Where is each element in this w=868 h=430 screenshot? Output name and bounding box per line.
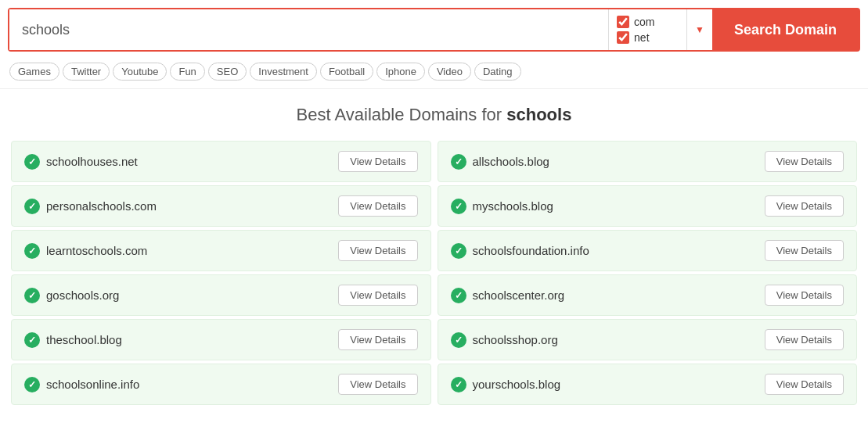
domain-left: schoolsonline.info [24, 377, 139, 392]
domain-item: schoolhouses.net View Details [11, 141, 431, 182]
view-details-button[interactable]: View Details [338, 195, 417, 217]
domain-item: schoolsfoundation.info View Details [438, 230, 858, 271]
tag-dating[interactable]: Dating [474, 63, 521, 81]
tag-games[interactable]: Games [9, 63, 59, 81]
available-icon [451, 154, 466, 170]
domain-name: schoolscenter.org [473, 288, 565, 302]
domain-left: schoolhouses.net [24, 154, 138, 170]
domain-item: learntoschools.com View Details [11, 230, 431, 271]
domain-name: learntoschools.com [46, 244, 147, 257]
page-title: Best Available Domains for schools [0, 105, 868, 125]
tld-net-checkbox[interactable] [617, 31, 629, 44]
view-details-button[interactable]: View Details [765, 285, 844, 306]
tld-net-option[interactable]: net [617, 31, 679, 44]
view-details-button[interactable]: View Details [765, 240, 844, 261]
domain-left: theschool.blog [24, 332, 122, 348]
view-details-button[interactable]: View Details [765, 195, 844, 217]
domain-item: personalschools.com View Details [11, 185, 431, 227]
tags-bar: GamesTwitterYoutubeFunSEOInvestmentFootb… [0, 59, 868, 89]
available-icon [24, 154, 40, 170]
tag-youtube[interactable]: Youtube [113, 63, 167, 81]
available-icon [451, 332, 466, 348]
domain-item: yourschools.blog View Details [438, 364, 858, 405]
view-details-button[interactable]: View Details [338, 240, 417, 261]
title-keyword: schools [506, 105, 571, 124]
available-icon [24, 199, 40, 214]
tag-investment[interactable]: Investment [250, 63, 317, 81]
search-input[interactable] [9, 9, 608, 50]
right-column: allschools.blog View Details myschools.b… [434, 138, 861, 408]
view-details-button[interactable]: View Details [338, 374, 417, 395]
domain-name: schoolsonline.info [46, 378, 139, 391]
available-icon [24, 243, 40, 259]
domain-name: yourschools.blog [473, 378, 561, 391]
domain-left: learntoschools.com [24, 243, 147, 259]
tld-net-label: net [634, 31, 649, 44]
left-column: schoolhouses.net View Details personalsc… [8, 138, 434, 408]
tld-dropdown-button[interactable]: ▼ [686, 9, 712, 50]
tag-iphone[interactable]: Iphone [376, 63, 425, 81]
domain-item: schoolsshop.org View Details [438, 319, 858, 360]
search-bar: com net ▼ Search Domain [8, 8, 860, 52]
available-icon [24, 377, 40, 392]
search-domain-button[interactable]: Search Domain [712, 9, 859, 50]
domain-left: goschools.org [24, 288, 119, 303]
domain-left: schoolsshop.org [451, 332, 558, 348]
domain-left: myschools.blog [451, 199, 553, 214]
domain-item: schoolsonline.info View Details [11, 364, 431, 405]
view-details-button[interactable]: View Details [338, 285, 417, 306]
domain-left: yourschools.blog [451, 377, 561, 392]
available-icon [24, 288, 40, 303]
view-details-button[interactable]: View Details [765, 329, 844, 350]
results-grid: schoolhouses.net View Details personalsc… [0, 138, 868, 408]
tag-twitter[interactable]: Twitter [63, 63, 110, 81]
view-details-button[interactable]: View Details [765, 374, 844, 395]
domain-left: schoolscenter.org [451, 288, 565, 303]
title-prefix: Best Available Domains for [297, 105, 502, 124]
domain-left: allschools.blog [451, 154, 549, 170]
domain-name: myschools.blog [473, 199, 553, 213]
tld-selector: com net [608, 9, 686, 50]
tld-com-checkbox[interactable] [617, 16, 629, 28]
available-icon [451, 377, 466, 392]
available-icon [24, 332, 40, 348]
domain-name: personalschools.com [46, 199, 157, 213]
domain-name: schoolsshop.org [473, 333, 558, 346]
view-details-button[interactable]: View Details [338, 329, 417, 350]
domain-name: theschool.blog [46, 333, 122, 346]
tag-fun[interactable]: Fun [170, 63, 204, 81]
tld-com-label: com [634, 16, 654, 28]
tld-com-option[interactable]: com [617, 16, 679, 28]
domain-item: myschools.blog View Details [438, 185, 858, 227]
domain-name: allschools.blog [473, 155, 549, 168]
domain-item: theschool.blog View Details [11, 319, 431, 360]
domain-item: goschools.org View Details [11, 274, 431, 316]
tag-football[interactable]: Football [320, 63, 373, 81]
available-icon [451, 199, 466, 214]
domain-name: goschools.org [46, 288, 119, 302]
available-icon [451, 288, 466, 303]
domain-name: schoolhouses.net [46, 155, 138, 168]
domain-item: schoolscenter.org View Details [438, 274, 858, 316]
view-details-button[interactable]: View Details [338, 151, 417, 172]
domain-item: allschools.blog View Details [438, 141, 858, 182]
tag-seo[interactable]: SEO [208, 63, 247, 81]
available-icon [451, 243, 466, 259]
tag-video[interactable]: Video [428, 63, 471, 81]
domain-left: schoolsfoundation.info [451, 243, 589, 259]
domain-name: schoolsfoundation.info [473, 244, 589, 257]
view-details-button[interactable]: View Details [765, 151, 844, 172]
domain-left: personalschools.com [24, 199, 157, 214]
